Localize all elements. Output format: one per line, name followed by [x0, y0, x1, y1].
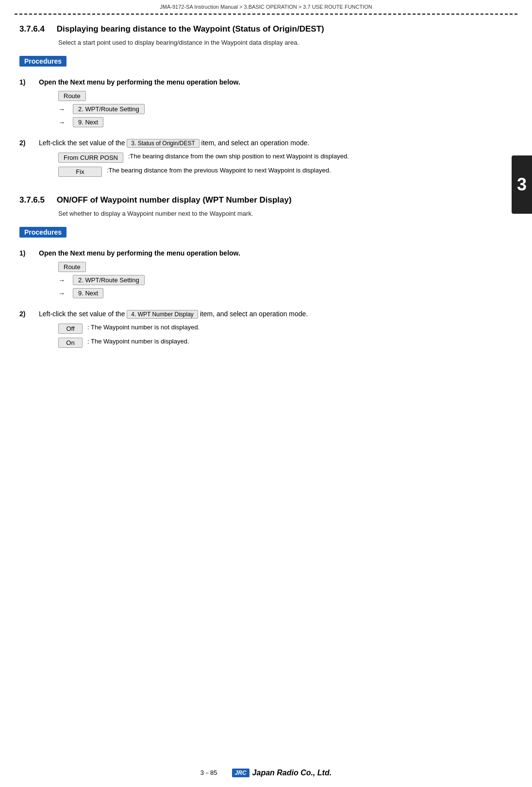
- footer: 3－85 JRC Japan Radio Co., Ltd.: [0, 769, 532, 777]
- menu-row-1b: → 2. WPT/Route Setting: [58, 104, 503, 114]
- procedures-badge-2: Procedures: [19, 227, 66, 238]
- from-curr-posn-button[interactable]: From CURR POSN: [58, 153, 123, 163]
- section-3765-title: ON/OFF of Waypoint number display (WPT N…: [57, 195, 292, 205]
- step-2-section2-number: 2): [19, 310, 34, 318]
- menu-row-2c: → 9. Next: [58, 288, 503, 298]
- page-number: 3－85: [200, 769, 217, 777]
- wpt-number-display-badge[interactable]: 4. WPT Number Display: [127, 310, 198, 319]
- section-3764-number: 3.7.6.4: [19, 24, 45, 34]
- step-2-section1: 2) Left-click the set value of the 3. St…: [19, 139, 503, 181]
- step-1-section1: 1) Open the Next menu by performing the …: [19, 78, 503, 132]
- option-off: Off : The Waypoint number is not display…: [58, 324, 503, 334]
- section-3765-heading: 3.7.6.5 ON/OFF of Waypoint number displa…: [19, 195, 503, 205]
- step-1-section1-label: Open the Next menu by performing the men…: [39, 78, 503, 86]
- arrow-1c: →: [58, 119, 65, 126]
- menu-flow-1: Route → 2. WPT/Route Setting → 9. Next: [58, 91, 503, 127]
- fix-desc: :The bearing distance from the previous …: [107, 167, 503, 174]
- from-curr-posn-desc: :The bearing distance from the own ship …: [128, 153, 503, 160]
- arrow-2b: →: [58, 276, 65, 284]
- status-origin-dest-badge[interactable]: 3. Status of Origin/DEST: [127, 139, 199, 148]
- section-3764-intro: Select a start point used to display bea…: [58, 39, 503, 46]
- section-3765: 3.7.6.5 ON/OFF of Waypoint number displa…: [19, 195, 503, 352]
- step-1-section1-content: Open the Next menu by performing the men…: [39, 78, 503, 132]
- option-from-curr-posn: From CURR POSN :The bearing distance fro…: [58, 153, 503, 163]
- on-desc: : The Waypoint number is displayed.: [87, 338, 503, 345]
- step-2-section1-suffix: item, and select an operation mode.: [200, 139, 309, 147]
- arrow-2c: →: [58, 290, 65, 297]
- section-3765-intro: Set whether to display a Waypoint number…: [58, 210, 503, 217]
- step-2-section2-label: Left-click the set value of the 4. WPT N…: [39, 310, 503, 319]
- company-name: Japan Radio Co., Ltd.: [252, 769, 332, 777]
- section-3764-title: Displaying bearing distance to the Waypo…: [57, 24, 324, 34]
- next-button-2[interactable]: 9. Next: [73, 288, 103, 298]
- on-button[interactable]: On: [58, 338, 83, 348]
- menu-row-1a: Route: [58, 91, 503, 101]
- off-button[interactable]: Off: [58, 324, 83, 334]
- off-desc: : The Waypoint number is not displayed.: [87, 324, 503, 331]
- option-fix: Fix :The bearing distance from the previ…: [58, 167, 503, 177]
- procedures-badge-1: Procedures: [19, 56, 66, 67]
- step-2-section2: 2) Left-click the set value of the 4. WP…: [19, 310, 503, 352]
- company-logo: JRC Japan Radio Co., Ltd.: [232, 769, 332, 777]
- step-1-section1-number: 1): [19, 78, 34, 86]
- step-2-section1-label: Left-click the set value of the 3. Statu…: [39, 139, 503, 148]
- section-3764-heading: 3.7.6.4 Displaying bearing distance to t…: [19, 24, 503, 34]
- menu-row-1c: → 9. Next: [58, 117, 503, 127]
- option-on: On : The Waypoint number is displayed.: [58, 338, 503, 348]
- step-1-section2-number: 1): [19, 249, 34, 257]
- menu-flow-2: Route → 2. WPT/Route Setting → 9. Next: [58, 262, 503, 298]
- step-2-section2-suffix: item, and select an operation mode.: [198, 310, 308, 318]
- section-3765-number: 3.7.6.5: [19, 195, 45, 205]
- step-1-section2-label: Open the Next menu by performing the men…: [39, 249, 503, 257]
- next-button-1[interactable]: 9. Next: [73, 117, 103, 127]
- fix-button[interactable]: Fix: [58, 167, 102, 177]
- chapter-tab: 3: [512, 155, 532, 214]
- route-button-2[interactable]: Route: [58, 262, 86, 272]
- menu-row-2a: Route: [58, 262, 503, 272]
- route-button-1[interactable]: Route: [58, 91, 86, 101]
- step-2-section2-prefix: Left-click the set value of the: [39, 310, 127, 318]
- step-1-section2: 1) Open the Next menu by performing the …: [19, 249, 503, 303]
- wpt-route-setting-button-1[interactable]: 2. WPT/Route Setting: [73, 104, 145, 114]
- chapter-number: 3: [517, 174, 527, 195]
- step-2-section1-prefix: Left-click the set value of the: [39, 139, 127, 147]
- section-3764: 3.7.6.4 Displaying bearing distance to t…: [19, 24, 503, 181]
- wpt-route-setting-button-2[interactable]: 2. WPT/Route Setting: [73, 275, 145, 285]
- step-2-section1-number: 2): [19, 139, 34, 147]
- step-2-section1-content: Left-click the set value of the 3. Statu…: [39, 139, 503, 181]
- arrow-1b: →: [58, 105, 65, 113]
- step-2-section2-content: Left-click the set value of the 4. WPT N…: [39, 310, 503, 352]
- jrc-badge: JRC: [232, 769, 249, 777]
- step-1-section2-content: Open the Next menu by performing the men…: [39, 249, 503, 303]
- breadcrumb: JMA-9172-SA Instruction Manual > 3.BASIC…: [0, 0, 532, 12]
- menu-row-2b: → 2. WPT/Route Setting: [58, 275, 503, 285]
